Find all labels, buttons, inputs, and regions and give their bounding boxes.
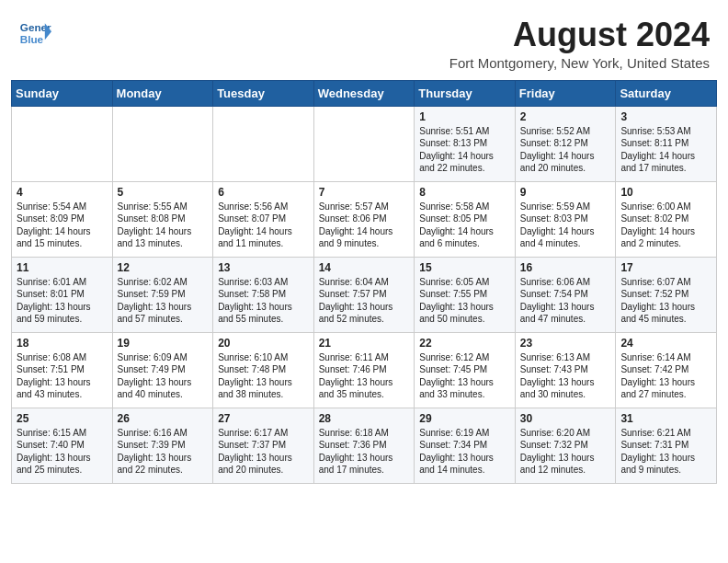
day-info: Sunrise: 6:10 AM Sunset: 7:48 PM Dayligh… — [218, 351, 309, 401]
day-number: 21 — [319, 337, 410, 350]
calendar-cell — [112, 106, 213, 181]
day-number: 14 — [319, 261, 410, 274]
day-info: Sunrise: 6:12 AM Sunset: 7:45 PM Dayligh… — [419, 351, 510, 401]
calendar-cell: 12Sunrise: 6:02 AM Sunset: 7:59 PM Dayli… — [112, 257, 213, 332]
day-number: 7 — [319, 186, 410, 199]
day-info: Sunrise: 6:09 AM Sunset: 7:49 PM Dayligh… — [118, 351, 209, 401]
title-block: August 2024 Fort Montgomery, New York, U… — [449, 17, 710, 71]
calendar-cell: 29Sunrise: 6:19 AM Sunset: 7:34 PM Dayli… — [415, 408, 516, 483]
weekday-header-saturday: Saturday — [616, 80, 717, 106]
calendar-week-2: 4Sunrise: 5:54 AM Sunset: 8:09 PM Daylig… — [12, 181, 717, 257]
day-number: 19 — [118, 337, 209, 350]
day-number: 18 — [17, 337, 108, 350]
day-info: Sunrise: 6:19 AM Sunset: 7:34 PM Dayligh… — [419, 427, 510, 477]
day-number: 16 — [520, 261, 611, 274]
calendar-cell: 8Sunrise: 5:58 AM Sunset: 8:05 PM Daylig… — [415, 181, 516, 257]
calendar-cell — [213, 106, 314, 181]
weekday-header-wednesday: Wednesday — [313, 80, 415, 106]
weekday-header-thursday: Thursday — [415, 80, 516, 106]
day-number: 29 — [419, 412, 510, 425]
calendar-cell: 13Sunrise: 6:03 AM Sunset: 7:58 PM Dayli… — [213, 257, 314, 332]
day-number: 15 — [419, 261, 510, 274]
calendar-cell: 14Sunrise: 6:04 AM Sunset: 7:57 PM Dayli… — [313, 257, 415, 332]
calendar-cell: 19Sunrise: 6:09 AM Sunset: 7:49 PM Dayli… — [112, 332, 213, 408]
day-info: Sunrise: 6:14 AM Sunset: 7:42 PM Dayligh… — [620, 351, 711, 401]
day-number: 12 — [118, 261, 209, 274]
calendar-cell: 27Sunrise: 6:17 AM Sunset: 7:37 PM Dayli… — [213, 408, 314, 483]
calendar-cell: 21Sunrise: 6:11 AM Sunset: 7:46 PM Dayli… — [313, 332, 415, 408]
weekday-header-sunday: Sunday — [12, 80, 113, 106]
calendar-cell: 5Sunrise: 5:55 AM Sunset: 8:08 PM Daylig… — [112, 181, 213, 257]
calendar-header: SundayMondayTuesdayWednesdayThursdayFrid… — [12, 80, 717, 106]
day-number: 20 — [218, 337, 309, 350]
day-info: Sunrise: 6:17 AM Sunset: 7:37 PM Dayligh… — [218, 427, 309, 477]
calendar-cell: 24Sunrise: 6:14 AM Sunset: 7:42 PM Dayli… — [616, 332, 717, 408]
location: Fort Montgomery, New York, United States — [449, 55, 710, 71]
day-number: 30 — [520, 412, 611, 425]
calendar-cell — [313, 106, 415, 181]
day-number: 1 — [419, 110, 510, 123]
logo: General Blue — [18, 17, 51, 50]
day-number: 26 — [118, 412, 209, 425]
day-info: Sunrise: 6:18 AM Sunset: 7:36 PM Dayligh… — [319, 427, 410, 477]
day-number: 3 — [620, 110, 711, 123]
svg-text:Blue: Blue — [20, 33, 44, 45]
day-info: Sunrise: 5:55 AM Sunset: 8:08 PM Dayligh… — [118, 201, 209, 250]
day-number: 10 — [620, 186, 711, 199]
calendar-cell: 3Sunrise: 5:53 AM Sunset: 8:11 PM Daylig… — [616, 106, 717, 181]
day-info: Sunrise: 5:57 AM Sunset: 8:06 PM Dayligh… — [319, 201, 410, 250]
calendar-cell: 22Sunrise: 6:12 AM Sunset: 7:45 PM Dayli… — [415, 332, 516, 408]
day-number: 11 — [17, 261, 108, 274]
calendar-cell: 17Sunrise: 6:07 AM Sunset: 7:52 PM Dayli… — [616, 257, 717, 332]
day-info: Sunrise: 6:16 AM Sunset: 7:39 PM Dayligh… — [118, 427, 209, 477]
day-info: Sunrise: 6:03 AM Sunset: 7:58 PM Dayligh… — [218, 276, 309, 326]
day-info: Sunrise: 6:01 AM Sunset: 8:01 PM Dayligh… — [17, 276, 108, 326]
calendar-cell: 2Sunrise: 5:52 AM Sunset: 8:12 PM Daylig… — [515, 106, 616, 181]
day-number: 5 — [118, 186, 209, 199]
calendar-cell: 25Sunrise: 6:15 AM Sunset: 7:40 PM Dayli… — [12, 408, 113, 483]
day-info: Sunrise: 6:05 AM Sunset: 7:55 PM Dayligh… — [419, 276, 510, 326]
day-info: Sunrise: 6:20 AM Sunset: 7:32 PM Dayligh… — [520, 427, 611, 477]
calendar-week-4: 18Sunrise: 6:08 AM Sunset: 7:51 PM Dayli… — [12, 332, 717, 408]
calendar-cell: 11Sunrise: 6:01 AM Sunset: 8:01 PM Dayli… — [12, 257, 113, 332]
weekday-header-friday: Friday — [515, 80, 616, 106]
day-info: Sunrise: 6:02 AM Sunset: 7:59 PM Dayligh… — [118, 276, 209, 326]
day-number: 13 — [218, 261, 309, 274]
day-info: Sunrise: 6:15 AM Sunset: 7:40 PM Dayligh… — [17, 427, 108, 477]
day-info: Sunrise: 6:07 AM Sunset: 7:52 PM Dayligh… — [620, 276, 711, 326]
day-number: 23 — [520, 337, 611, 350]
day-info: Sunrise: 6:08 AM Sunset: 7:51 PM Dayligh… — [17, 351, 108, 401]
calendar-cell: 26Sunrise: 6:16 AM Sunset: 7:39 PM Dayli… — [112, 408, 213, 483]
weekday-header-monday: Monday — [112, 80, 213, 106]
day-number: 28 — [319, 412, 410, 425]
calendar-cell: 15Sunrise: 6:05 AM Sunset: 7:55 PM Dayli… — [415, 257, 516, 332]
day-number: 27 — [218, 412, 309, 425]
day-info: Sunrise: 5:54 AM Sunset: 8:09 PM Dayligh… — [17, 201, 108, 250]
day-number: 6 — [218, 186, 309, 199]
logo-icon: General Blue — [18, 17, 51, 50]
day-number: 4 — [17, 186, 108, 199]
day-number: 24 — [620, 337, 711, 350]
calendar-week-3: 11Sunrise: 6:01 AM Sunset: 8:01 PM Dayli… — [12, 257, 717, 332]
day-number: 31 — [620, 412, 711, 425]
calendar-cell: 10Sunrise: 6:00 AM Sunset: 8:02 PM Dayli… — [616, 181, 717, 257]
calendar-cell: 4Sunrise: 5:54 AM Sunset: 8:09 PM Daylig… — [12, 181, 113, 257]
calendar-cell — [12, 106, 113, 181]
page-header: General Blue August 2024 Fort Montgomery… — [0, 0, 728, 80]
day-number: 22 — [419, 337, 510, 350]
calendar-cell: 16Sunrise: 6:06 AM Sunset: 7:54 PM Dayli… — [515, 257, 616, 332]
calendar-cell: 6Sunrise: 5:56 AM Sunset: 8:07 PM Daylig… — [213, 181, 314, 257]
calendar-cell: 31Sunrise: 6:21 AM Sunset: 7:31 PM Dayli… — [616, 408, 717, 483]
calendar-cell: 23Sunrise: 6:13 AM Sunset: 7:43 PM Dayli… — [515, 332, 616, 408]
calendar-table: SundayMondayTuesdayWednesdayThursdayFrid… — [11, 80, 717, 484]
calendar-body: 1Sunrise: 5:51 AM Sunset: 8:13 PM Daylig… — [12, 106, 717, 483]
day-info: Sunrise: 5:58 AM Sunset: 8:05 PM Dayligh… — [419, 201, 510, 250]
day-info: Sunrise: 6:11 AM Sunset: 7:46 PM Dayligh… — [319, 351, 410, 401]
day-number: 8 — [419, 186, 510, 199]
calendar-cell: 30Sunrise: 6:20 AM Sunset: 7:32 PM Dayli… — [515, 408, 616, 483]
month-year: August 2024 — [449, 17, 710, 53]
day-info: Sunrise: 6:00 AM Sunset: 8:02 PM Dayligh… — [620, 201, 711, 250]
calendar-cell: 9Sunrise: 5:59 AM Sunset: 8:03 PM Daylig… — [515, 181, 616, 257]
day-info: Sunrise: 6:06 AM Sunset: 7:54 PM Dayligh… — [520, 276, 611, 326]
day-number: 17 — [620, 261, 711, 274]
